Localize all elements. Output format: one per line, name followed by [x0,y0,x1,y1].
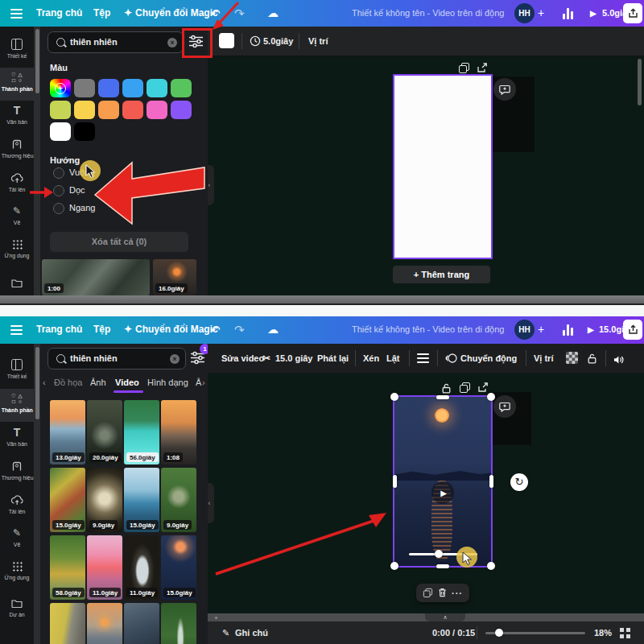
color-swatch-white[interactable] [50,122,71,141]
comment-button[interactable] [493,395,516,418]
video-thumbnail[interactable]: 20.0giây [161,603,196,644]
color-swatch-green[interactable] [171,79,192,97]
video-thumbnail[interactable]: 11.0giây [124,535,159,600]
hamburger-menu-icon[interactable] [10,9,23,21]
duplicate-element-icon[interactable] [460,382,470,393]
transparency-icon[interactable] [566,352,578,364]
tabs-scroll-right-icon[interactable]: › [202,378,205,387]
position-button[interactable]: Vị trí [534,344,553,373]
tab-shapes[interactable]: Hình dạng [147,378,188,387]
canvas-scrollbar-thumb[interactable] [638,59,642,105]
color-swatch-red[interactable] [122,101,143,119]
tabs-scroll-left-icon[interactable]: ‹ [43,378,46,387]
video-thumbnail[interactable]: 9.0giây [161,468,196,532]
radio-vertical[interactable] [53,185,64,196]
sidebar-item-draw[interactable]: ✎ Vẽ [0,523,34,556]
menu-file[interactable]: Tệp [93,316,110,343]
sidebar-item-projects[interactable] [0,273,34,295]
video-thumbnail[interactable]: 9.0giây [87,468,122,532]
insights-chart-icon[interactable] [563,324,577,336]
tab-video[interactable]: Video [115,378,139,387]
handle-bottom-right[interactable] [487,562,495,570]
timeline-strip[interactable]: ∧ [208,613,644,621]
menu-magic[interactable]: Chuyển đổi Magic [135,316,218,343]
clear-search-icon[interactable]: × [167,38,177,47]
radio-square[interactable] [53,167,64,179]
comment-button[interactable] [493,78,516,101]
share-button[interactable] [623,320,642,340]
result-thumbnail-stream[interactable]: 1:00 [42,259,150,295]
video-thumbnail[interactable]: 1:08 [161,400,196,464]
add-member-button[interactable]: + [538,316,544,343]
share-button[interactable] [623,3,642,23]
video-duration-button[interactable]: 15.0 giây [275,344,312,373]
menu-home[interactable]: Trang chủ [36,0,82,27]
design-page[interactable] [393,74,493,259]
trim-button[interactable]: Xén [363,344,379,373]
lock-icon[interactable] [588,353,597,367]
menu-home[interactable]: Trang chủ [36,316,82,343]
tab-partial[interactable]: Â [196,378,201,387]
color-swatch-yellow[interactable] [74,101,95,119]
sidebar-item-elements[interactable]: ♡△□○ Thành phần [0,68,34,101]
document-title[interactable]: Thiết kế không tên - Video trên di động [352,316,504,343]
sidebar-item-text[interactable]: T Văn bản [0,101,34,134]
color-swatch-orange[interactable] [98,101,119,119]
redo-icon[interactable]: ↷ [234,316,245,343]
avatar[interactable]: HH [514,320,535,340]
sidebar-scrollbar-thumb[interactable] [35,29,39,93]
handle-left[interactable] [393,475,397,488]
video-play-overlay[interactable]: ▶ [431,481,454,504]
handle-right[interactable] [489,475,493,488]
sidebar-item-draw[interactable]: ✎ Vẽ [0,201,34,234]
background-color-swatch[interactable] [219,33,234,48]
clear-all-button[interactable]: Xóa tất cả (0) [50,232,188,252]
clear-search-icon[interactable]: × [170,354,180,364]
edit-video-button[interactable]: Sửa video [221,344,264,373]
color-swatch-pink[interactable] [147,101,167,119]
color-swatch-lightblue[interactable] [122,79,143,97]
video-thumbnail[interactable]: 15.0giây [161,535,196,600]
flip-button[interactable]: Lật [386,344,400,373]
search-input[interactable]: thiên nhiên [70,37,118,47]
sidebar-scrollbar-thumb[interactable] [35,347,39,419]
tab-graphics[interactable]: Đồ họa [54,378,82,387]
result-thumbnail-sunset[interactable]: 16.0giây [153,259,196,295]
video-thumbnail[interactable]: 11.0giây [87,535,122,600]
menu-file[interactable]: Tệp [93,0,110,27]
zoom-slider-thumb[interactable] [495,629,503,637]
color-swatch-yellowgreen[interactable] [50,101,71,119]
timeline-expand-tab[interactable]: ∧ [425,613,465,621]
play-icon[interactable]: ▶ [590,0,597,27]
sidebar-item-apps[interactable]: Ứng dụng [0,234,34,267]
adjust-lines-icon[interactable] [417,353,429,365]
video-thumbnail[interactable]: 13.0giây [124,603,159,644]
video-thumbnail[interactable]: 21.0giây [50,603,85,644]
undo-icon[interactable]: ↶ [210,316,221,343]
handle-top[interactable] [436,395,449,399]
sidebar-item-apps[interactable]: Ứng dụng [0,556,34,589]
video-thumbnail[interactable]: 13.0giây [50,400,85,464]
video-thumbnail[interactable]: 58.0giây [50,535,85,600]
color-picker-rainbow[interactable]: + [50,79,71,97]
avatar[interactable]: HH [514,3,535,23]
sidebar-item-projects[interactable]: Dự án [0,593,34,626]
motion-button[interactable]: Chuyển động [460,344,517,373]
trash-icon[interactable] [438,586,447,601]
playback-button[interactable]: Phát lại [317,344,349,373]
duplicate-page-icon[interactable] [459,63,469,73]
document-title[interactable]: Thiết kế không tên - Video trên di động [352,0,504,27]
radio-horizontal[interactable] [53,203,64,214]
sidebar-item-uploads[interactable]: Tải lên [0,490,34,523]
sidebar-item-brand[interactable]: Thương hiệu [0,456,34,489]
insights-chart-icon[interactable] [563,7,577,19]
video-thumbnail-selected[interactable]: 56.0giây [124,400,159,464]
search-input[interactable]: thiên nhiên [70,353,118,363]
add-member-button[interactable]: + [538,0,544,27]
video-thumbnail[interactable]: 20.0giây [87,400,122,464]
search-box[interactable]: thiên nhiên × [47,348,186,369]
play-icon[interactable]: ▶ [588,316,594,343]
pages-grid-icon[interactable] [620,628,630,638]
zoom-level[interactable]: 18% [594,621,612,644]
sidebar-item-elements[interactable]: ♡△□○ Thành phần [0,389,34,422]
